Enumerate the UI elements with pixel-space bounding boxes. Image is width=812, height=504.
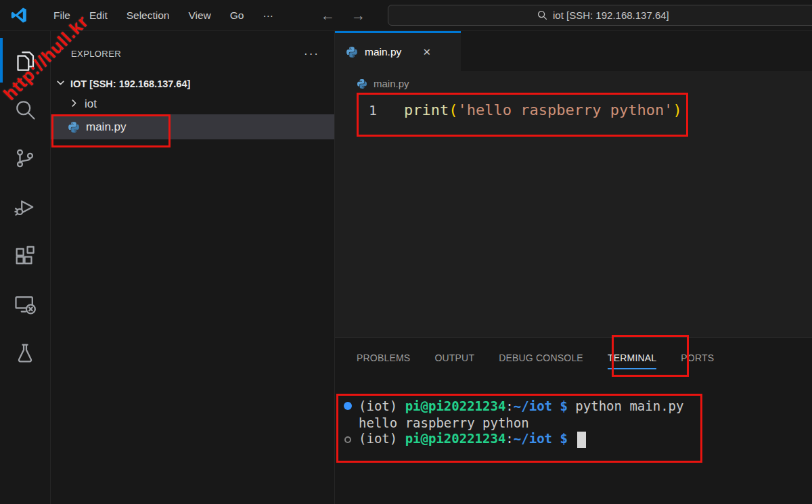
- vscode-window: File Edit Selection View Go ··· ← → iot …: [0, 0, 812, 504]
- folder-label: iot: [85, 97, 97, 111]
- run-debug-icon[interactable]: [0, 183, 50, 231]
- command-success-decoration-icon: [340, 402, 355, 410]
- menu-more-icon[interactable]: ···: [253, 5, 283, 26]
- vscode-logo-icon: [9, 6, 28, 24]
- menu-selection[interactable]: Selection: [117, 5, 179, 26]
- python-file-icon: [346, 46, 358, 58]
- explorer-files-icon[interactable]: [0, 37, 50, 85]
- remote-explorer-icon[interactable]: [0, 280, 50, 329]
- title-bar: File Edit Selection View Go ··· ← → iot …: [0, 0, 812, 31]
- source-control-icon[interactable]: [0, 134, 50, 183]
- tab-output[interactable]: OUTPUT: [424, 352, 485, 363]
- panel-tab-bar: PROBLEMS OUTPUT DEBUG CONSOLE TERMINAL P…: [335, 338, 812, 378]
- terminal-text: (iot) pi@pi20221234:~/iot $ python main.…: [359, 398, 684, 413]
- workspace-section-header[interactable]: IOT [SSH: 192.168.137.64]: [51, 74, 334, 94]
- menu-file[interactable]: File: [44, 5, 80, 26]
- explorer-more-actions-icon[interactable]: ···: [304, 51, 319, 58]
- command-pending-decoration-icon: [340, 436, 355, 443]
- terminal-line-2: hello raspberry python: [340, 414, 812, 431]
- search-icon[interactable]: [0, 85, 50, 134]
- menu-go[interactable]: Go: [221, 5, 254, 26]
- token-open-paren: (: [449, 101, 457, 118]
- workspace-section-label: IOT [SSH: 192.168.137.64]: [70, 78, 190, 89]
- code-editor[interactable]: 1 print('hello raspberry python'): [335, 96, 812, 337]
- explorer-header: EXPLORER ···: [51, 31, 334, 59]
- history-nav: ← →: [321, 7, 365, 24]
- close-icon[interactable]: ×: [423, 45, 430, 60]
- explorer-title: EXPLORER: [71, 49, 121, 59]
- command-center-text: iot [SSH: 192.168.137.64]: [553, 9, 669, 21]
- menu-edit[interactable]: Edit: [80, 5, 117, 26]
- line-number: 1: [335, 100, 377, 121]
- explorer-tree: IOT [SSH: 192.168.137.64] iot main.py: [51, 74, 334, 139]
- breadcrumb-file: main.py: [374, 78, 409, 89]
- code-text: print('hello raspberry python'): [404, 99, 682, 120]
- file-label: main.py: [86, 120, 127, 134]
- tab-main-py[interactable]: main.py ×: [335, 31, 461, 71]
- tab-ports[interactable]: PORTS: [670, 352, 725, 363]
- token-string: 'hello raspberry python': [457, 101, 673, 118]
- command-center-search[interactable]: iot [SSH: 192.168.137.64]: [388, 5, 812, 26]
- code-line-1: 1 print('hello raspberry python'): [335, 99, 812, 121]
- forward-arrow-icon[interactable]: →: [351, 7, 365, 24]
- chevron-right-icon: [70, 97, 78, 111]
- tree-item-main-py[interactable]: main.py: [51, 114, 334, 139]
- terminal-line-1: (iot) pi@pi20221234:~/iot $ python main.…: [340, 397, 812, 414]
- explorer-sidebar: EXPLORER ··· IOT [SSH: 192.168.137.64] i…: [51, 31, 335, 504]
- chevron-down-icon: [56, 78, 65, 90]
- back-arrow-icon[interactable]: ←: [321, 7, 335, 24]
- token-function: print: [404, 101, 449, 118]
- terminal-cursor: [577, 432, 586, 448]
- testing-icon[interactable]: [0, 329, 50, 377]
- search-icon: [537, 10, 547, 20]
- python-file-icon: [357, 78, 367, 89]
- extensions-icon[interactable]: [0, 231, 50, 280]
- editor-group: main.py × main.py 1 print('hello raspber…: [335, 31, 812, 504]
- tab-terminal[interactable]: TERMINAL: [597, 352, 667, 363]
- editor-tab-bar: main.py ×: [335, 31, 812, 71]
- menu-bar: File Edit Selection View Go ···: [44, 5, 283, 26]
- tab-problems[interactable]: PROBLEMS: [346, 352, 421, 363]
- tab-debug-console[interactable]: DEBUG CONSOLE: [488, 352, 594, 363]
- bottom-panel: PROBLEMS OUTPUT DEBUG CONSOLE TERMINAL P…: [335, 337, 812, 504]
- terminal-output[interactable]: (iot) pi@pi20221234:~/iot $ python main.…: [335, 378, 812, 448]
- token-close-paren: ): [673, 101, 681, 118]
- activity-bar: [0, 31, 51, 504]
- terminal-line-3: (iot) pi@pi20221234:~/iot $: [340, 431, 812, 448]
- terminal-text: hello raspberry python: [359, 415, 529, 430]
- python-file-icon: [68, 121, 80, 133]
- breadcrumb[interactable]: main.py: [335, 71, 812, 96]
- tree-item-iot-folder[interactable]: iot: [51, 94, 334, 114]
- tab-label: main.py: [365, 46, 401, 58]
- menu-view[interactable]: View: [179, 5, 220, 26]
- terminal-text: (iot) pi@pi20221234:~/iot $: [359, 431, 586, 448]
